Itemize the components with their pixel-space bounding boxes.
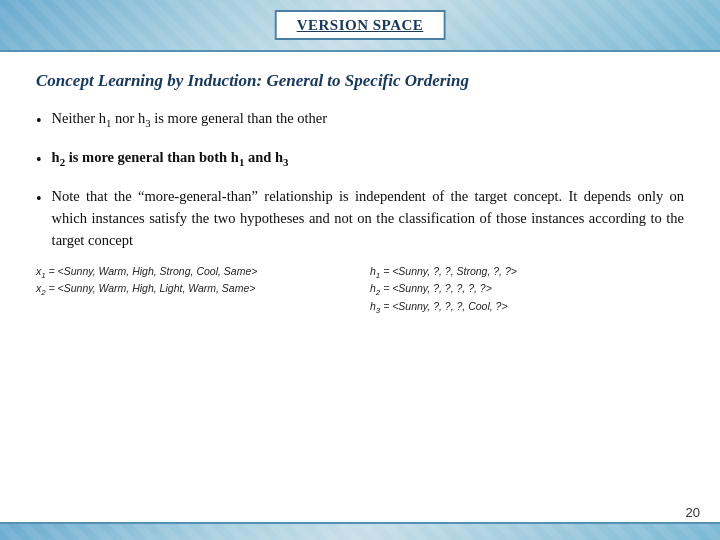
bullet1-text: Neither h1 nor h3 is more general than t…: [52, 108, 684, 131]
examples-right: h1 = <Sunny, ?, ?, Strong, ?, ?> h2 = <S…: [370, 265, 684, 316]
page-number: 20: [686, 505, 700, 520]
examples-section: x1 = <Sunny, Warm, High, Strong, Cool, S…: [36, 265, 684, 316]
list-item: • Neither h1 nor h3 is more general than…: [36, 108, 684, 133]
page-title: VERSION SPACE: [297, 17, 424, 33]
list-item: • h2 is more general than both h1 and h3: [36, 147, 684, 172]
bullet-icon: •: [36, 109, 42, 133]
example-line: h3 = <Sunny, ?, ?, ?, Cool, ?>: [370, 300, 684, 315]
slide-subtitle: Concept Learning by Induction: General t…: [36, 70, 684, 92]
top-bar: VERSION SPACE: [0, 0, 720, 52]
example-line: x1 = <Sunny, Warm, High, Strong, Cool, S…: [36, 265, 350, 280]
example-line: h1 = <Sunny, ?, ?, Strong, ?, ?>: [370, 265, 684, 280]
title-box: VERSION SPACE: [275, 10, 446, 40]
bottom-bar: [0, 522, 720, 540]
examples-left: x1 = <Sunny, Warm, High, Strong, Cool, S…: [36, 265, 350, 316]
bullet2-text: h2 is more general than both h1 and h3: [52, 147, 684, 170]
bullet-icon: •: [36, 187, 42, 211]
example-line: h2 = <Sunny, ?, ?, ?, ?, ?>: [370, 282, 684, 297]
example-line: x2 = <Sunny, Warm, High, Light, Warm, Sa…: [36, 282, 350, 297]
bullet-icon: •: [36, 148, 42, 172]
main-content: Concept Learning by Induction: General t…: [0, 52, 720, 522]
bullet3-text: Note that the “more-general-than” relati…: [52, 186, 684, 251]
list-item: • Note that the “more-general-than” rela…: [36, 186, 684, 251]
bullet-list: • Neither h1 nor h3 is more general than…: [36, 108, 684, 251]
